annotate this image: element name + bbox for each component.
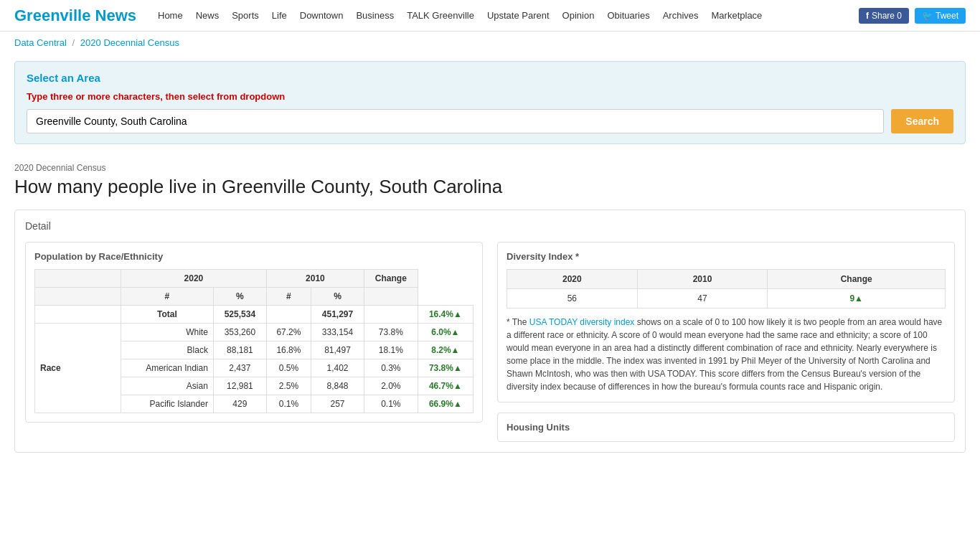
white-change: 6.0%▲ xyxy=(418,324,473,342)
diversity-table: 2020 2010 Change 56 47 9▲ xyxy=(507,269,946,309)
nav-home[interactable]: Home xyxy=(158,10,183,21)
th-2020-p: % xyxy=(213,288,266,306)
facebook-share-button[interactable]: f Share 0 xyxy=(859,8,909,24)
ai-2020-n: 2,437 xyxy=(213,359,266,377)
table-header-row-1: 2020 2010 Change xyxy=(35,270,473,288)
nav-marketplace[interactable]: Marketplace xyxy=(712,10,763,21)
div-val-2020: 56 xyxy=(507,289,638,309)
nav-news[interactable]: News xyxy=(196,10,220,21)
white-2010-n: 333,154 xyxy=(311,324,364,342)
ai-2010-p: 0.3% xyxy=(364,359,418,377)
population-title: Population by Race/Ethnicity xyxy=(34,251,473,262)
ai-label: American Indian xyxy=(121,359,214,377)
search-row: Search xyxy=(27,109,953,133)
race-category: Race xyxy=(35,324,121,413)
th-sub-empty xyxy=(35,288,121,306)
th-empty xyxy=(35,270,121,288)
fb-icon: f xyxy=(866,11,869,21)
nav-upstate[interactable]: Upstate Parent xyxy=(487,10,550,21)
diversity-column: Diversity Index * 2020 2010 Change 56 47 xyxy=(497,242,955,442)
search-area: Select an Area Type three or more charac… xyxy=(14,61,966,144)
detail-title: Detail xyxy=(25,220,955,232)
div-th-2010: 2010 xyxy=(637,270,768,289)
nav-talk[interactable]: TALK Greenville xyxy=(407,10,474,21)
logo-suffix: News xyxy=(95,6,136,24)
black-label: Black xyxy=(121,342,214,359)
population-column: Population by Race/Ethnicity 2020 2010 C… xyxy=(25,242,483,442)
black-2020-p: 16.8% xyxy=(266,342,311,359)
asian-label: Asian xyxy=(121,377,214,395)
th-2010-p: % xyxy=(311,288,364,306)
breadcrumb-link-2[interactable]: 2020 Decennial Census xyxy=(80,37,179,48)
nav-obituaries[interactable]: Obituaries xyxy=(607,10,649,21)
table-row-white: Race White 353,260 67.2% 333,154 73.8% 6… xyxy=(35,324,473,342)
total-2020-p xyxy=(266,306,311,324)
nav-archives[interactable]: Archives xyxy=(663,10,699,21)
diversity-title: Diversity Index * xyxy=(507,251,946,262)
breadcrumb-separator: / xyxy=(72,37,77,48)
diversity-box: Diversity Index * 2020 2010 Change 56 47 xyxy=(497,242,955,402)
fb-share-label: Share 0 xyxy=(872,11,902,21)
ai-2010-n: 1,402 xyxy=(311,359,364,377)
search-input[interactable] xyxy=(27,109,884,133)
div-val-change: 9▲ xyxy=(768,289,946,309)
ai-change: 73.8%▲ xyxy=(418,359,473,377)
article-tag: 2020 Decennial Census xyxy=(14,163,966,173)
black-change: 8.2%▲ xyxy=(418,342,473,359)
asian-2020-p: 2.5% xyxy=(266,377,311,395)
asian-change: 46.7%▲ xyxy=(418,377,473,395)
nav-life[interactable]: Life xyxy=(272,10,287,21)
article-title: How many people live in Greenville Count… xyxy=(14,176,966,198)
nav-sports[interactable]: Sports xyxy=(232,10,259,21)
pacific-2010-p: 0.1% xyxy=(364,395,418,413)
table-row-total: Total 525,534 451,297 16.4%▲ xyxy=(35,306,473,324)
div-header-row: 2020 2010 Change xyxy=(507,270,946,289)
population-box: Population by Race/Ethnicity 2020 2010 C… xyxy=(25,242,483,423)
detail-section: Detail Population by Race/Ethnicity 2020… xyxy=(14,209,966,453)
div-val-2010: 47 xyxy=(637,289,768,309)
pacific-2010-n: 257 xyxy=(311,395,364,413)
div-data-row: 56 47 9▲ xyxy=(507,289,946,309)
white-2010-p: 73.8% xyxy=(364,324,418,342)
nav-opinion[interactable]: Opinion xyxy=(562,10,595,21)
ai-2020-p: 0.5% xyxy=(266,359,311,377)
th-change: Change xyxy=(364,270,418,288)
pacific-change: 66.9%▲ xyxy=(418,395,473,413)
site-header: Greenville News Home News Sports Life Do… xyxy=(0,0,980,32)
asian-2010-p: 2.0% xyxy=(364,377,418,395)
twitter-tweet-button[interactable]: 🐦 Tweet xyxy=(915,8,966,24)
main-nav: Home News Sports Life Downtown Business … xyxy=(158,10,859,21)
th-2010: 2010 xyxy=(266,270,364,288)
breadcrumb-link-1[interactable]: Data Central xyxy=(14,37,67,48)
total-2010-p xyxy=(364,306,418,324)
housing-box: Housing Units xyxy=(497,413,955,442)
twitter-icon: 🐦 xyxy=(922,11,933,21)
div-th-change: Change xyxy=(768,270,946,289)
detail-columns: Population by Race/Ethnicity 2020 2010 C… xyxy=(25,242,955,442)
housing-title: Housing Units xyxy=(507,422,946,433)
tweet-label: Tweet xyxy=(936,11,958,21)
logo-prefix: Greenville xyxy=(14,6,95,24)
black-2020-n: 88,181 xyxy=(213,342,266,359)
asian-2020-n: 12,981 xyxy=(213,377,266,395)
th-2020: 2020 xyxy=(121,270,267,288)
total-2010-n: 451,297 xyxy=(311,306,364,324)
pacific-2020-n: 429 xyxy=(213,395,266,413)
total-label: Total xyxy=(121,306,214,324)
diversity-description: * The USA TODAY diversity index shows on… xyxy=(507,316,946,393)
nav-downtown[interactable]: Downtown xyxy=(300,10,344,21)
total-2020-n: 525,534 xyxy=(213,306,266,324)
pacific-label: Pacific Islander xyxy=(121,395,214,413)
search-area-title: Select an Area xyxy=(27,72,953,84)
black-2010-n: 81,497 xyxy=(311,342,364,359)
site-logo: Greenville News xyxy=(14,6,136,25)
search-button[interactable]: Search xyxy=(891,109,953,133)
diversity-link[interactable]: USA TODAY diversity index xyxy=(529,317,635,327)
th-2010-n: # xyxy=(266,288,311,306)
header-actions: f Share 0 🐦 Tweet xyxy=(859,8,966,24)
breadcrumb: Data Central / 2020 Decennial Census xyxy=(0,32,980,54)
white-2020-n: 353,260 xyxy=(213,324,266,342)
th-2020-n: # xyxy=(121,288,214,306)
nav-business[interactable]: Business xyxy=(356,10,394,21)
cat-empty xyxy=(35,306,121,324)
